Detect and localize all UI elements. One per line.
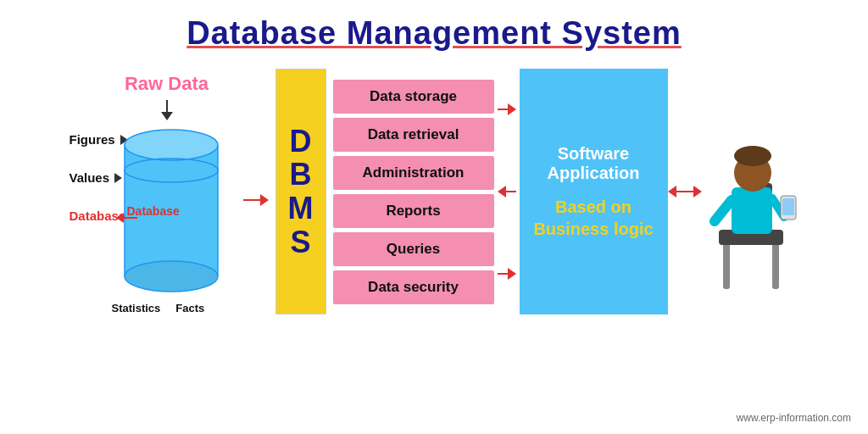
statistics-label: Statistics (112, 302, 161, 314)
db-out-arrow (116, 213, 137, 223)
svg-point-1 (125, 130, 218, 160)
dbms-m: M (288, 192, 314, 225)
dbms-d: D (290, 125, 312, 159)
arrow-to-software-2 (498, 268, 516, 280)
arrow-to-functions-1 (498, 186, 516, 198)
dbms-column: D B M S (275, 69, 326, 314)
functions-column: Data storage Data retrieval Administrati… (333, 80, 494, 304)
raw-data-label: Raw Data (125, 73, 209, 95)
svg-rect-6 (772, 242, 779, 289)
cylinder-area: Figures Values Database (70, 124, 239, 310)
arrow-to-software-1 (498, 103, 516, 115)
function-data-storage: Data storage (333, 80, 494, 114)
person-section (702, 81, 804, 302)
facts-label: Facts (175, 302, 204, 314)
svg-rect-5 (723, 242, 730, 289)
software-title: Software Application (528, 144, 659, 183)
page-title: Database Management System (0, 0, 868, 60)
left-section: Raw Data Figures Values Database (65, 73, 243, 310)
function-data-security: Data security (333, 270, 494, 304)
arrow-to-dbms (243, 194, 269, 206)
dbms-b: B (290, 158, 312, 192)
svg-line-12 (715, 200, 732, 221)
function-reports: Reports (333, 194, 494, 228)
function-queries: Queries (333, 232, 494, 266)
software-box: Software Application Based on Business l… (520, 69, 668, 314)
raw-data-arrow (161, 100, 173, 120)
svg-point-3 (125, 261, 218, 292)
middle-arrows (494, 69, 520, 314)
business-logic: Based on Business logic (528, 196, 659, 240)
website-label: www.erp-information.com (737, 412, 851, 424)
function-administration: Administration (333, 156, 494, 190)
svg-rect-9 (732, 187, 772, 234)
dbms-s: S (290, 225, 310, 259)
function-data-retrieval: Data retrieval (333, 118, 494, 152)
svg-point-11 (734, 146, 771, 166)
person-icon (706, 98, 799, 302)
arrow-to-person (668, 186, 702, 198)
svg-rect-15 (782, 198, 794, 215)
bottom-labels: Statistics Facts (112, 302, 205, 314)
